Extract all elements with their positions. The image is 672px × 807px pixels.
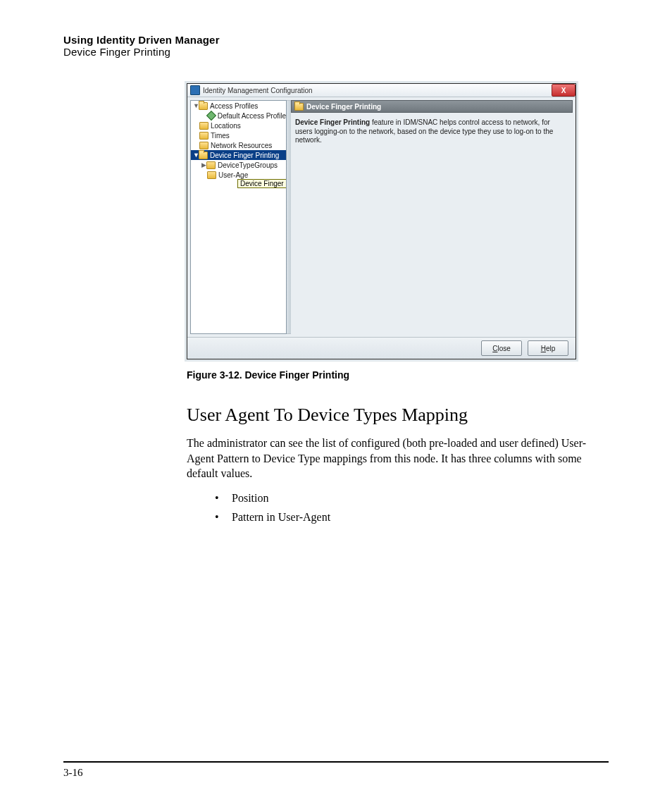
expand-icon[interactable]: ▼ (193, 102, 199, 109)
window-title: Identity Management Configuration (203, 87, 313, 94)
folder-icon (207, 171, 216, 179)
page-header: Using Identity Driven Manager Device Fin… (63, 34, 609, 58)
page-number: 3-16 (63, 767, 83, 778)
tree-item-device-finger-printing[interactable]: ▼ Device Finger Printing (191, 150, 286, 160)
body-paragraph: The administrator can see the list of co… (187, 436, 602, 481)
detail-pane: Device Finger Printing Device Finger Pri… (291, 100, 573, 334)
section-heading: User Agent To Device Types Mapping (187, 405, 602, 426)
dialog-window: Identity Management Configuration X ▼ Ac… (187, 83, 576, 359)
help-button[interactable]: Help (528, 340, 568, 356)
folder-icon (294, 103, 304, 111)
nav-tree[interactable]: ▼ Access Profiles Default Access Profile… (190, 100, 287, 334)
tooltip: Device Finger Printing (237, 179, 287, 188)
folder-icon (199, 142, 209, 149)
header-subtitle: Device Finger Printing (63, 46, 609, 58)
tree-item-device-type-groups[interactable]: ▶ DeviceTypeGroups (191, 160, 286, 170)
figure-caption: Figure 3-12. Device Finger Printing (187, 369, 581, 381)
folder-icon (199, 132, 209, 140)
dialog-footer: Close Help (187, 337, 575, 359)
profile-icon (206, 111, 216, 121)
breadcrumb-label: Device Finger Printing (306, 103, 381, 111)
tree-item-user-agent[interactable]: User-Age (191, 170, 286, 180)
page-footer: 3-16 (63, 761, 609, 779)
description-bold: Device Finger Printing (295, 118, 370, 126)
close-icon[interactable]: X (552, 84, 575, 97)
folder-icon (199, 152, 208, 159)
tree-item-default-access-profile[interactable]: Default Access Profile (191, 111, 286, 121)
header-title: Using Identity Driven Manager (63, 34, 609, 46)
description-text: Device Finger Printing feature in IDM/SN… (291, 113, 573, 151)
expand-icon[interactable]: ▼ (193, 152, 199, 159)
tree-item-access-profiles[interactable]: ▼ Access Profiles (191, 101, 286, 111)
tree-item-locations[interactable]: Locations (191, 121, 286, 130)
bullet-item: •Pattern in User-Agent (215, 507, 602, 526)
tree-item-network-resources[interactable]: Network Resources (191, 140, 286, 150)
tree-item-times[interactable]: Times (191, 130, 286, 140)
folder-icon (206, 161, 216, 169)
figure-container: Identity Management Configuration X ▼ Ac… (187, 83, 581, 381)
app-icon (190, 85, 200, 95)
title-bar[interactable]: Identity Management Configuration X (187, 84, 575, 97)
folder-icon (199, 122, 209, 130)
folder-icon (199, 102, 208, 110)
bullet-item: •Position (215, 488, 602, 507)
breadcrumb: Device Finger Printing (291, 100, 573, 113)
expand-icon[interactable]: ▶ (201, 161, 206, 168)
body-section: User Agent To Device Types Mapping The a… (187, 405, 602, 526)
close-button[interactable]: Close (481, 340, 522, 356)
